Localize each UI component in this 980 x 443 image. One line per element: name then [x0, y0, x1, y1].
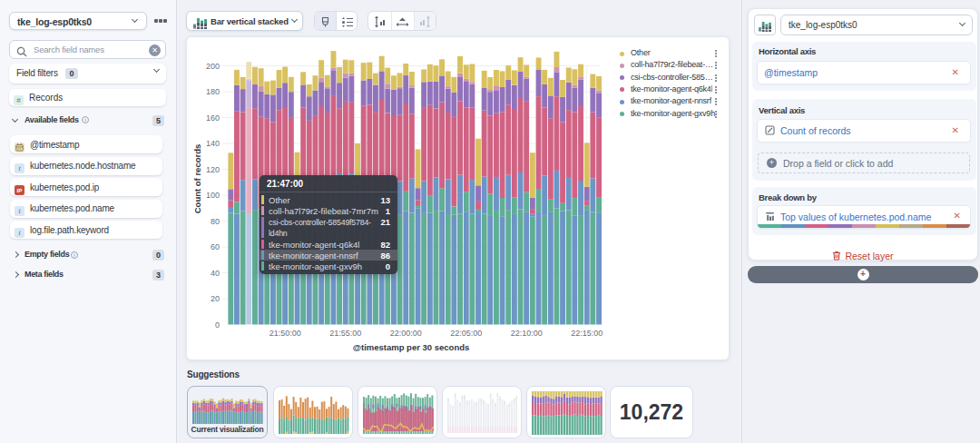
svg-text:60: 60 — [211, 242, 220, 251]
svg-text:21:50:00: 21:50:00 — [270, 329, 301, 338]
svg-text:IP: IP — [17, 187, 23, 193]
svg-text:22:05:00: 22:05:00 — [450, 329, 482, 338]
svg-text:120: 120 — [206, 165, 220, 174]
svg-text:Count of records: Count of records — [192, 144, 202, 214]
svg-text:22:10:00: 22:10:00 — [511, 329, 543, 338]
svg-text:20: 20 — [211, 294, 220, 303]
svg-text:#: # — [16, 96, 21, 104]
svg-text:80: 80 — [211, 217, 220, 226]
svg-text:21:55:00: 21:55:00 — [329, 329, 361, 338]
svg-text:22:00:00: 22:00:00 — [390, 329, 422, 338]
svg-text:200: 200 — [206, 62, 220, 71]
svg-text:@timestamp per 30 seconds: @timestamp per 30 seconds — [353, 342, 470, 352]
svg-text:160: 160 — [206, 113, 220, 123]
svg-text:140: 140 — [206, 139, 220, 148]
svg-text:22:15:00: 22:15:00 — [571, 329, 603, 338]
svg-text:40: 40 — [211, 269, 220, 278]
svg-text:0: 0 — [215, 320, 220, 330]
svg-text:100: 100 — [206, 191, 220, 200]
svg-text:180: 180 — [206, 87, 220, 96]
